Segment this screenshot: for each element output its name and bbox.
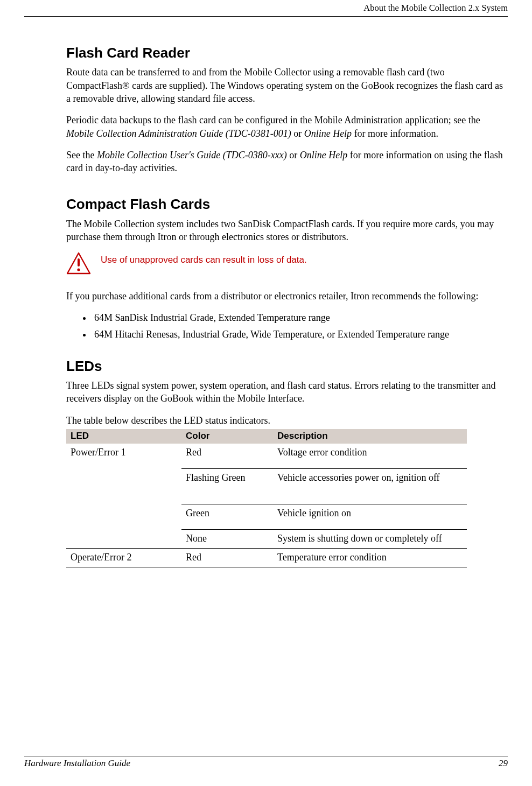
page-content: Flash Card Reader Route data can be tran…	[24, 44, 508, 567]
section-title-compact-flash-cards: Compact Flash Cards	[66, 195, 508, 214]
section-title-flash-card-reader: Flash Card Reader	[66, 44, 508, 62]
text-run: for more information.	[352, 128, 438, 139]
table-cell-color: Flashing Green	[181, 469, 273, 504]
running-header: About the Mobile Collection 2.x System	[24, 2, 508, 16]
footer-rule	[24, 756, 508, 756]
table-cell-description: Vehicle ignition on	[273, 504, 467, 529]
warning-text: Use of unapproved cards can result in lo…	[101, 252, 307, 266]
text-run: Periodic data backups to the flash card …	[66, 115, 480, 125]
list-item: 64M SanDisk Industrial Grade, Extended T…	[92, 311, 508, 324]
table-header-color: Color	[181, 429, 273, 444]
table-row: Power/Error 1 Red Voltage error conditio…	[66, 444, 467, 469]
footer-doc-title: Hardware Installation Guide	[24, 757, 130, 770]
table-cell-color: Red	[181, 549, 273, 567]
body-paragraph: If you purchase additional cards from a …	[66, 290, 508, 303]
table-cell-color: None	[181, 529, 273, 548]
warning-icon	[66, 252, 91, 275]
text-run: See the	[66, 150, 97, 160]
list-item: 64M Hitachi Renesas, Industrial Grade, W…	[92, 328, 508, 341]
body-paragraph: The table below describes the LED status…	[66, 414, 508, 427]
page-footer: Hardware Installation Guide 29	[24, 756, 508, 770]
warning-callout: Use of unapproved cards can result in lo…	[66, 252, 508, 275]
doc-reference: Mobile Collection User's Guide (TDC-0380…	[97, 150, 287, 160]
bullet-list: 64M SanDisk Industrial Grade, Extended T…	[66, 311, 508, 341]
section-title-leds: LEDs	[66, 357, 508, 376]
body-paragraph: The Mobile Collection system includes tw…	[66, 217, 508, 244]
table-cell-color: Red	[181, 444, 273, 469]
body-paragraph: Three LEDs signal system power, system o…	[66, 379, 508, 405]
table-header-led: LED	[66, 429, 181, 444]
header-rule	[24, 16, 508, 17]
table-cell-description: Vehicle accessories power on, ignition o…	[273, 469, 467, 504]
table-header-row: LED Color Description	[66, 429, 467, 444]
table-cell-color: Green	[181, 504, 273, 529]
svg-point-2	[77, 269, 80, 271]
table-cell-description: Temperature error condition	[273, 549, 467, 567]
doc-reference: Online Help	[300, 150, 347, 160]
table-cell-led: Operate/Error 2	[66, 549, 181, 567]
table-cell-description: System is shutting down or completely of…	[273, 529, 467, 548]
svg-rect-1	[78, 258, 80, 266]
body-paragraph: See the Mobile Collection User's Guide (…	[66, 149, 508, 175]
table-cell-led: Power/Error 1	[66, 444, 181, 549]
body-paragraph: Periodic data backups to the flash card …	[66, 114, 508, 140]
table-header-description: Description	[273, 429, 467, 444]
table-row: Operate/Error 2 Red Temperature error co…	[66, 549, 467, 567]
doc-reference: Online Help	[304, 128, 352, 139]
table-cell-description: Voltage error condition	[273, 444, 467, 469]
page-number: 29	[499, 757, 508, 770]
doc-reference: Mobile Collection Administration Guide (…	[66, 128, 291, 139]
text-run: or	[291, 128, 304, 139]
text-run: or	[287, 150, 300, 160]
led-status-table: LED Color Description Power/Error 1 Red …	[66, 429, 467, 567]
body-paragraph: Route data can be transferred to and fro…	[66, 66, 508, 105]
